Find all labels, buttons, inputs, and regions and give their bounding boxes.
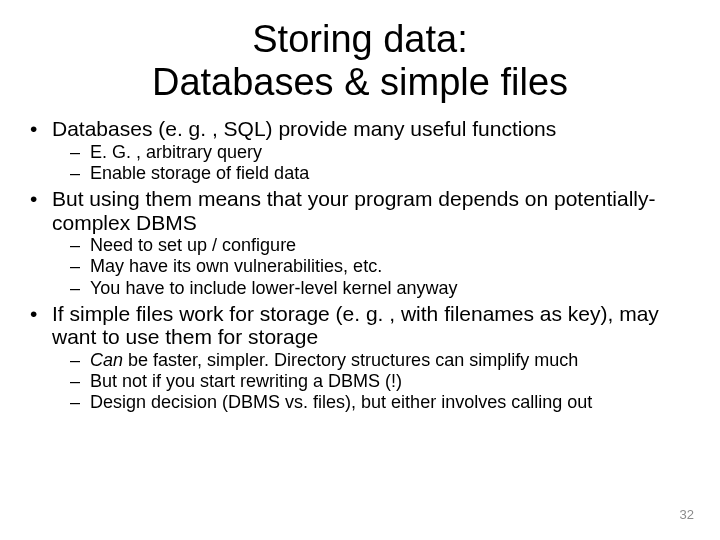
bullet-item: Databases (e. g. , SQL) provide many use…	[52, 117, 698, 184]
slide-body: Databases (e. g. , SQL) provide many use…	[22, 117, 698, 413]
sub-bullet-item: Enable storage of field data	[90, 163, 698, 184]
sub-bullet-item: But not if you start rewriting a DBMS (!…	[90, 371, 698, 392]
bullet-list-level2: E. G. , arbitrary query Enable storage o…	[52, 142, 698, 184]
sub-bullet-text: Design decision (DBMS vs. files), but ei…	[90, 392, 592, 412]
sub-bullet-item: May have its own vulnerabilities, etc.	[90, 256, 698, 277]
sub-bullet-text: Enable storage of field data	[90, 163, 309, 183]
bullet-item: But using them means that your program d…	[52, 187, 698, 299]
sub-bullet-text: You have to include lower-level kernel a…	[90, 278, 458, 298]
sub-bullet-item: Design decision (DBMS vs. files), but ei…	[90, 392, 698, 413]
title-line-1: Storing data:	[252, 18, 467, 60]
title-line-2: Databases & simple files	[152, 61, 568, 103]
sub-bullet-text: be faster, simpler. Directory structures…	[123, 350, 578, 370]
sub-bullet-text: May have its own vulnerabilities, etc.	[90, 256, 382, 276]
sub-bullet-item: Can be faster, simpler. Directory struct…	[90, 350, 698, 371]
sub-bullet-text: But not if you start rewriting a DBMS (!…	[90, 371, 402, 391]
bullet-text: Databases (e. g. , SQL) provide many use…	[52, 117, 556, 140]
sub-bullet-text: E. G. , arbitrary query	[90, 142, 262, 162]
bullet-list-level2: Can be faster, simpler. Directory struct…	[52, 350, 698, 414]
bullet-list-level1: Databases (e. g. , SQL) provide many use…	[22, 117, 698, 413]
slide-title: Storing data: Databases & simple files	[22, 18, 698, 103]
sub-bullet-text: Need to set up / configure	[90, 235, 296, 255]
sub-bullet-italic: Can	[90, 350, 123, 370]
bullet-text: But using them means that your program d…	[52, 187, 656, 234]
bullet-text: If simple files work for storage (e. g. …	[52, 302, 659, 349]
bullet-item: If simple files work for storage (e. g. …	[52, 302, 698, 414]
sub-bullet-item: Need to set up / configure	[90, 235, 698, 256]
sub-bullet-item: E. G. , arbitrary query	[90, 142, 698, 163]
sub-bullet-item: You have to include lower-level kernel a…	[90, 278, 698, 299]
page-number: 32	[680, 507, 694, 522]
bullet-list-level2: Need to set up / configure May have its …	[52, 235, 698, 299]
